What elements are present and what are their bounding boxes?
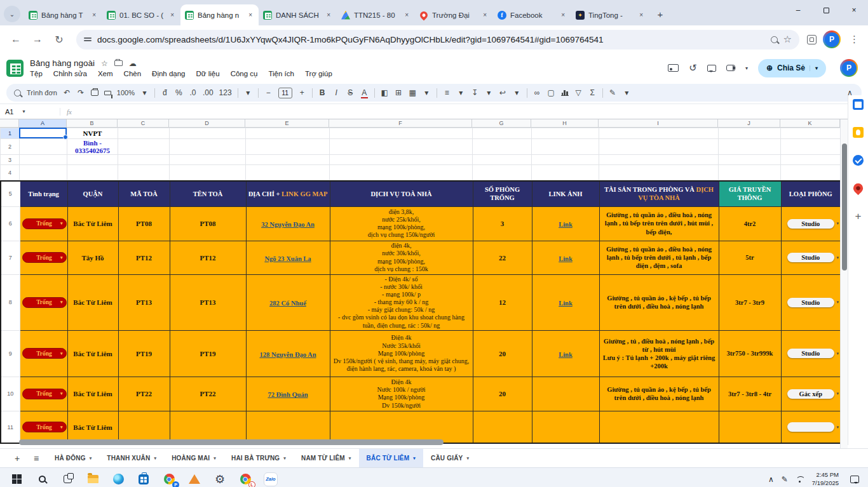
sheet-tab-caret-icon[interactable]: ▾ (349, 456, 351, 461)
sheet-tab[interactable]: HOÀNG MAI▾ (164, 449, 224, 468)
search-button[interactable] (29, 469, 55, 487)
row-header[interactable]: 4 (1, 165, 20, 180)
cell[interactable] (330, 165, 473, 180)
calendar-icon[interactable] (853, 99, 864, 110)
cell[interactable] (170, 139, 246, 155)
cell-rooms[interactable]: 3 (473, 206, 532, 241)
address-link[interactable]: Ngõ 23 Xuân La (264, 255, 311, 262)
status-caret-icon[interactable]: ▾ (60, 221, 63, 226)
cell[interactable] (170, 128, 246, 139)
photo-link[interactable]: Link (559, 300, 573, 307)
cell-price[interactable]: 4tr2 (719, 206, 781, 241)
browser-tab[interactable]: Bảng hàng T× (24, 4, 102, 25)
status-pill[interactable]: Trống▾ (22, 422, 67, 432)
cell-status[interactable]: Trống▾ (20, 411, 67, 443)
tab-close-icon[interactable]: × (325, 11, 332, 19)
back-button[interactable]: ← (6, 34, 25, 45)
cell-code[interactable]: PT13 (118, 274, 170, 330)
vertical-align-caret-icon[interactable]: ▾ (485, 88, 493, 97)
undo-icon[interactable]: ↶ (63, 88, 71, 97)
decrease-decimals-button[interactable]: .0 (189, 88, 197, 97)
sheet-tab-caret-icon[interactable]: ▾ (413, 456, 416, 461)
cell[interactable] (473, 139, 532, 155)
photo-link[interactable]: Link (559, 255, 573, 262)
status-caret-icon[interactable]: ▾ (60, 255, 63, 260)
cell[interactable] (599, 165, 719, 180)
insert-chart-icon[interactable] (561, 90, 569, 96)
taskbar-clock[interactable]: 2:45 PM 7/19/2025 (812, 471, 839, 487)
chrome-profile-icon[interactable]: L (233, 469, 258, 487)
tab-close-icon[interactable]: × (168, 11, 176, 19)
cell[interactable] (330, 155, 473, 165)
room-type-caret-icon[interactable]: ▾ (836, 221, 839, 226)
column-header-A[interactable]: A (19, 119, 67, 127)
decrease-font-button[interactable]: − (264, 88, 273, 97)
zoom-caret-icon[interactable]: ▾ (140, 88, 149, 97)
ink-pen-caret-icon[interactable]: ▾ (623, 88, 631, 97)
status-caret-icon[interactable]: ▾ (60, 425, 63, 430)
tab-close-icon[interactable]: × (637, 11, 645, 19)
cell[interactable] (781, 155, 841, 165)
menu-tien-ich[interactable]: Tiện ích (268, 70, 294, 77)
tab-close-icon[interactable]: × (90, 11, 98, 19)
col-type[interactable]: LOẠI PHÒNG (781, 181, 841, 206)
menu-inh-dang[interactable]: Định dạng (152, 70, 185, 77)
cell[interactable] (473, 165, 532, 180)
cell[interactable] (532, 165, 599, 180)
sheet-tab[interactable]: HÀ ĐÔNG▾ (47, 449, 99, 468)
cell-photo[interactable]: Link (532, 241, 599, 274)
row-header[interactable]: 10 (1, 377, 20, 411)
cell-address[interactable]: 72 Đình Quán (246, 377, 330, 411)
notification-center-icon[interactable] (850, 476, 859, 483)
text-color-button[interactable]: A (360, 88, 369, 97)
cell-rooms[interactable] (473, 411, 532, 443)
browser-tab[interactable]: Bảng hàng n× (180, 4, 259, 25)
microsoft-store-icon[interactable] (131, 469, 156, 487)
cell-status[interactable]: Trống▾ (20, 377, 67, 411)
filter-icon[interactable]: ▽ (574, 88, 583, 97)
cell-district[interactable]: Tây Hồ (67, 241, 118, 274)
video-call-caret-icon[interactable]: ▾ (745, 65, 748, 71)
cell-services[interactable]: Điện 4k Nước 100k / người Mạng 100k/phòn… (330, 377, 473, 411)
row-header[interactable]: 2 (1, 139, 20, 155)
status-pill[interactable]: Trống▾ (22, 252, 67, 263)
name-box[interactable]: A1 ▾ (5, 108, 56, 116)
cell[interactable] (599, 128, 719, 139)
room-type-pill[interactable]: Studio (787, 219, 834, 229)
increase-font-button[interactable]: + (298, 88, 306, 97)
column-header-E[interactable]: E (245, 119, 329, 127)
cell[interactable] (67, 165, 118, 180)
close-button[interactable]: × (840, 0, 868, 20)
status-pill[interactable]: Trống▾ (22, 297, 67, 308)
tab-search-button[interactable]: ⌄ (4, 6, 20, 22)
forward-button[interactable]: → (28, 34, 47, 45)
menu-tro-giup[interactable]: Trợ giúp (305, 70, 332, 77)
cell-services[interactable]: điện 4k, nước 30k/khối, mạng 100k/phòng,… (330, 241, 473, 274)
cell-code[interactable]: PT08 (118, 206, 170, 241)
column-header-F[interactable]: F (329, 119, 472, 127)
cell[interactable] (719, 165, 781, 180)
cell[interactable] (781, 139, 841, 155)
cell[interactable] (246, 139, 330, 155)
video-call-icon[interactable] (726, 65, 735, 71)
cell[interactable] (20, 155, 67, 165)
menu-cong-cu[interactable]: Công cụ (231, 70, 258, 77)
increase-decimals-button[interactable]: .00 (203, 88, 214, 97)
note-phone-cell[interactable]: Bình - 0335402675 (67, 139, 118, 155)
cell-photo[interactable] (532, 377, 599, 411)
cell-photo[interactable]: Link (532, 274, 599, 330)
tab-close-icon[interactable]: × (247, 11, 254, 19)
cell[interactable] (781, 165, 841, 180)
column-header-J[interactable]: J (718, 119, 780, 127)
browser-tab[interactable]: Trường Đại× (415, 4, 493, 25)
row-header[interactable]: 11 (1, 411, 20, 443)
extensions-icon[interactable] (807, 35, 817, 44)
status-caret-icon[interactable]: ▾ (60, 300, 63, 305)
cell-code[interactable] (118, 411, 170, 443)
cell-rooms[interactable]: 20 (473, 330, 532, 377)
menu-chen[interactable]: Chèn (124, 70, 142, 77)
cell-type[interactable]: Studio▾ (781, 206, 841, 241)
fill-color-icon[interactable]: ◧ (381, 88, 389, 97)
get-addons-icon[interactable]: + (853, 211, 864, 222)
cell-address[interactable]: 282 Cổ Nhuế (246, 274, 330, 330)
